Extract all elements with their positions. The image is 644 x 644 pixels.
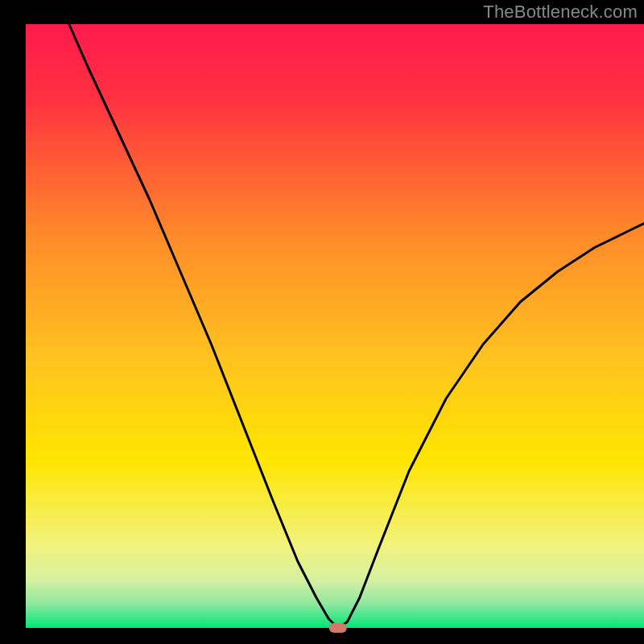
optimal-marker [329,623,347,633]
bottleneck-chart: TheBottleneck.com [0,0,644,644]
watermark-label: TheBottleneck.com [483,2,638,23]
chart-gradient-bg [26,24,644,628]
chart-canvas [0,0,644,644]
